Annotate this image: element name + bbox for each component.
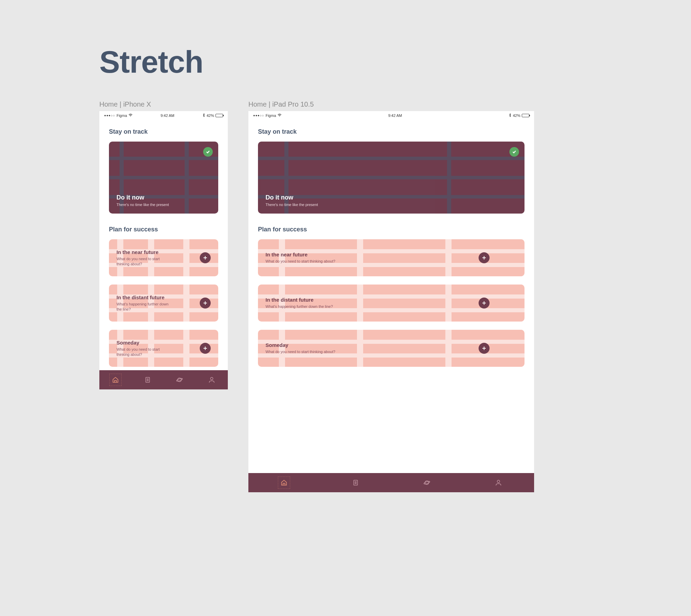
plan-subtitle: What's happening further down the line? (116, 302, 173, 312)
add-button[interactable] (200, 252, 211, 263)
add-button[interactable] (479, 252, 490, 263)
section-heading-track: Stay on track (258, 128, 525, 135)
plan-title: Someday (266, 342, 335, 348)
status-bar: ●●●○○ Figma 9:42 AM 42% (248, 111, 534, 120)
home-icon (280, 479, 288, 486)
plan-card-near[interactable]: In the near future What do you need to s… (109, 239, 218, 276)
battery-icon (215, 114, 223, 117)
tab-bar (248, 473, 534, 492)
carrier-label: Figma (266, 113, 276, 118)
battery-pct: 42% (513, 113, 520, 118)
hero-card[interactable]: Do it now There's no time like the prese… (258, 142, 525, 214)
section-heading-plan: Plan for success (109, 226, 218, 233)
tab-bar (99, 370, 228, 389)
check-badge (509, 147, 519, 157)
svg-point-3 (210, 377, 213, 380)
planet-icon (176, 376, 183, 384)
page-title: Stretch (99, 45, 660, 80)
signal-dots-icon: ●●●○○ (253, 114, 264, 117)
plus-icon (203, 255, 208, 260)
plan-title: Someday (116, 340, 173, 346)
tab-home[interactable] (99, 370, 132, 389)
hero-title: Do it now (266, 194, 517, 201)
frame-label-ipad: Home | iPad Pro 10.5 (248, 100, 534, 108)
frame-iphone: Home | iPhone X ●●●○○ Figma 9:42 AM 42% (99, 100, 228, 389)
section-heading-plan: Plan for success (258, 226, 525, 233)
hero-subtitle: There's no time like the present (116, 203, 211, 207)
plus-icon (482, 346, 486, 351)
tab-profile[interactable] (463, 473, 534, 492)
tab-planet[interactable] (164, 370, 196, 389)
plan-subtitle: What do you need to start thinking about… (266, 349, 335, 354)
add-button[interactable] (200, 343, 211, 354)
plan-subtitle: What's happening further down the line? (266, 304, 333, 309)
frame-label-iphone: Home | iPhone X (99, 100, 228, 108)
plus-icon (482, 301, 486, 305)
plan-title: In the distant future (116, 294, 173, 300)
planet-icon (423, 479, 431, 486)
carrier-label: Figma (116, 113, 127, 118)
signal-dots-icon: ●●●○○ (104, 114, 115, 117)
hero-title: Do it now (116, 194, 211, 201)
tab-planet[interactable] (391, 473, 463, 492)
add-button[interactable] (479, 298, 490, 309)
svg-point-7 (497, 480, 499, 483)
status-time: 9:42 AM (388, 113, 402, 118)
plan-subtitle: What do you need to start thinking about… (116, 256, 173, 267)
hero-subtitle: There's no time like the present (266, 203, 517, 207)
plan-title: In the distant future (266, 297, 333, 303)
plan-card-distant[interactable]: In the distant future What's happening f… (109, 285, 218, 322)
add-button[interactable] (479, 343, 490, 354)
battery-pct: 42% (207, 113, 214, 118)
plan-card-someday[interactable]: Someday What do you need to start thinki… (258, 330, 525, 367)
svg-point-6 (424, 481, 430, 484)
frame-ipad: Home | iPad Pro 10.5 ●●●○○ Figma 9:42 AM… (248, 100, 534, 492)
bluetooth-icon (509, 113, 511, 118)
plus-icon (203, 301, 208, 305)
plan-subtitle: What do you need to start thinking about… (266, 259, 335, 264)
check-icon (206, 149, 210, 154)
device-iphone: ●●●○○ Figma 9:42 AM 42% Stay on track (99, 111, 228, 389)
plus-icon (203, 346, 208, 351)
home-icon (112, 376, 119, 384)
plan-card-distant[interactable]: In the distant future What's happening f… (258, 285, 525, 322)
check-icon (512, 149, 517, 154)
tab-list[interactable] (132, 370, 164, 389)
plan-card-near[interactable]: In the near future What do you need to s… (258, 239, 525, 276)
plan-list: In the near future What do you need to s… (109, 239, 218, 367)
bluetooth-icon (202, 113, 205, 118)
battery-icon (522, 114, 529, 117)
plan-title: In the near future (266, 252, 335, 257)
check-badge (203, 147, 213, 157)
plan-list: In the near future What do you need to s… (258, 239, 525, 367)
add-button[interactable] (200, 298, 211, 309)
list-icon (144, 376, 151, 384)
plan-card-someday[interactable]: Someday What do you need to start thinki… (109, 330, 218, 367)
status-time: 9:42 AM (161, 113, 174, 118)
list-icon (352, 479, 359, 486)
device-ipad: ●●●○○ Figma 9:42 AM 42% Stay on track (248, 111, 534, 492)
tab-home[interactable] (248, 473, 320, 492)
svg-point-2 (176, 378, 183, 382)
wifi-icon (277, 113, 282, 118)
profile-icon (495, 479, 502, 486)
section-heading-track: Stay on track (109, 128, 218, 135)
plan-subtitle: What do you need to start thinking about… (116, 347, 173, 357)
plus-icon (482, 255, 486, 260)
profile-icon (208, 376, 215, 384)
status-bar: ●●●○○ Figma 9:42 AM 42% (99, 111, 228, 120)
plan-title: In the near future (116, 249, 173, 255)
wifi-icon (128, 113, 133, 118)
tab-list[interactable] (320, 473, 392, 492)
hero-card[interactable]: Do it now There's no time like the prese… (109, 142, 218, 214)
tab-profile[interactable] (196, 370, 228, 389)
